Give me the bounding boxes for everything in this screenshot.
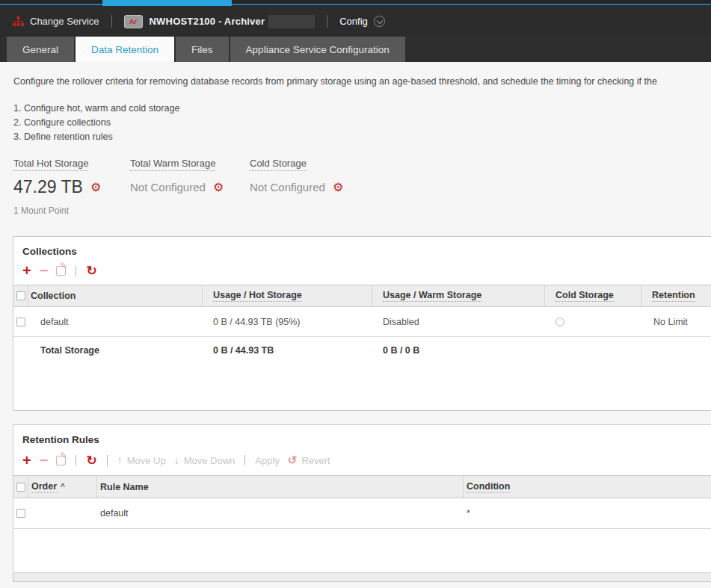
tab-bar: General Data Retention Files Appliance S…: [0, 37, 711, 62]
config-view-label[interactable]: Config: [339, 16, 368, 27]
refresh-collections-button[interactable]: ↻: [86, 265, 96, 276]
tab-files[interactable]: Files: [176, 37, 229, 62]
total-row-spacer: [13, 337, 28, 364]
move-down-button[interactable]: Move Down: [184, 455, 236, 466]
cold-storage-gear-icon[interactable]: ⚙: [333, 182, 343, 194]
collections-toolbar: + − ✎ ↻: [13, 257, 711, 285]
column-header-condition[interactable]: Condition: [464, 475, 711, 498]
column-header-collection: Collection: [28, 285, 203, 307]
move-up-button[interactable]: Move Up: [127, 455, 166, 466]
rules-scrollbar-track[interactable]: [13, 572, 711, 581]
tab-data-retention[interactable]: Data Retention: [76, 37, 174, 62]
config-dropdown[interactable]: Config: [339, 16, 385, 27]
hot-storage-value: 47.29 TB: [13, 177, 83, 197]
total-warm-usage: 0 B / 0 B: [372, 337, 545, 364]
mount-point-count: 1 Mount Point: [13, 205, 69, 216]
cold-storage-label: Cold Storage: [250, 158, 307, 171]
row-checkbox[interactable]: [16, 509, 25, 518]
data-retention-content: Configure the rollover criteria for remo…: [0, 62, 711, 588]
remove-collection-button[interactable]: −: [40, 265, 49, 276]
revert-button[interactable]: Revert: [301, 455, 330, 466]
move-down-icon[interactable]: ↓: [174, 454, 179, 466]
top-tab-indicator: [102, 0, 232, 6]
warm-storage-section: Total Warm Storage Not Configured ⚙: [130, 158, 250, 216]
warm-storage-label: Total Warm Storage: [130, 158, 215, 171]
add-rule-button[interactable]: +: [22, 455, 31, 466]
sort-asc-icon: ^: [61, 483, 65, 491]
toolbar-divider: [76, 455, 76, 465]
archiver-service-icon: Ar: [124, 15, 143, 28]
cold-storage-value: Not Configured: [250, 181, 325, 194]
collections-table: Collection Usage / Hot Storage Usage / W…: [13, 285, 711, 364]
setup-steps: 1. Configure hot, warm and cold storage …: [13, 102, 711, 144]
rule-name-cell[interactable]: default: [97, 498, 464, 529]
row-checkbox[interactable]: [16, 318, 25, 327]
change-service-button[interactable]: Change Service: [30, 16, 99, 27]
sitemap-icon: [13, 16, 24, 27]
step-item: 3. Define retention rules: [13, 130, 711, 144]
column-header-warm-storage[interactable]: Usage / Warm Storage: [372, 285, 545, 307]
collections-title: Collections: [13, 237, 711, 257]
move-up-icon[interactable]: ↑: [117, 454, 123, 466]
header-divider: [327, 15, 327, 28]
cold-storage-radio[interactable]: [555, 318, 564, 327]
apply-button[interactable]: Apply: [255, 455, 280, 466]
description-text: Configure the rollover criteria for remo…: [13, 76, 711, 87]
pencil-icon: ✎: [60, 261, 67, 271]
hot-storage-gear-icon[interactable]: ⚙: [90, 182, 101, 194]
retention-rules-toolbar: + − ✎ ↻ ↑ Move Up ↓ Move Down Apply ↺ Re…: [13, 445, 711, 475]
revert-icon[interactable]: ↺: [288, 454, 298, 467]
tab-appliance-service-configuration[interactable]: Appliance Service Configuration: [230, 37, 405, 62]
hot-storage-section: Total Hot Storage 47.29 TB ⚙ 1 Mount Poi…: [13, 158, 130, 216]
toolbar-divider: [76, 266, 76, 276]
edit-collection-button[interactable]: ✎: [56, 266, 66, 276]
select-all-checkbox[interactable]: [16, 291, 25, 300]
column-header-cold-storage[interactable]: Cold Storage: [545, 285, 641, 307]
step-item: 1. Configure hot, warm and cold storage: [13, 102, 711, 116]
column-header-rule-name: Rule Name: [97, 475, 464, 498]
retention-rules-title: Retention Rules: [13, 425, 711, 445]
retention-cell: No Limit: [641, 307, 711, 337]
edit-rule-button[interactable]: ✎: [56, 456, 66, 465]
cold-storage-section: Cold Storage Not Configured ⚙: [250, 158, 343, 216]
total-storage-label: Total Storage: [28, 337, 203, 364]
row-checkbox-cell: [13, 307, 28, 337]
collection-name-cell[interactable]: default: [28, 307, 203, 337]
condition-cell: *: [464, 498, 711, 529]
total-row-spacer: [641, 337, 711, 364]
toolbar-divider: [107, 455, 108, 465]
hot-usage-cell: 0 B / 44.93 TB (95%): [203, 307, 372, 337]
warm-storage-gear-icon[interactable]: ⚙: [213, 182, 224, 194]
total-row-spacer: [545, 337, 641, 364]
hot-storage-label: Total Hot Storage: [13, 158, 88, 171]
pencil-icon: ✎: [60, 451, 67, 461]
warm-usage-cell: Disabled: [372, 307, 545, 337]
collections-panel: Collections + − ✎ ↻ Collection Usage / H…: [13, 236, 711, 411]
tab-general[interactable]: General: [7, 37, 74, 62]
top-accent-strip: [0, 0, 711, 6]
retention-rules-table: Order^ Rule Name Condition default *: [13, 475, 711, 529]
column-header-retention[interactable]: Retention: [641, 285, 711, 307]
column-header-hot-storage[interactable]: Usage / Hot Storage: [203, 285, 372, 307]
chevron-down-icon[interactable]: [374, 16, 385, 27]
order-cell: [28, 498, 97, 529]
storage-summary: Total Hot Storage 47.29 TB ⚙ 1 Mount Poi…: [13, 158, 711, 216]
select-all-checkbox[interactable]: [16, 483, 25, 492]
row-checkbox-cell: [13, 498, 28, 529]
toolbar-divider: [244, 455, 245, 465]
app-header: Change Service Ar NWHOST2100 - Archiver …: [0, 6, 711, 37]
warm-storage-value: Not Configured: [130, 181, 206, 194]
step-item: 2. Configure collections: [13, 116, 711, 130]
remove-rule-button[interactable]: −: [40, 455, 49, 466]
header-divider: [111, 15, 112, 28]
service-name[interactable]: NWHOST2100 - Archiver: [150, 16, 265, 27]
redaction-box: [268, 15, 315, 28]
column-header-order[interactable]: Order^: [28, 475, 97, 498]
total-hot-usage: 0 B / 44.93 TB: [203, 337, 372, 364]
select-all-header-cell: [13, 475, 28, 498]
add-collection-button[interactable]: +: [22, 265, 31, 276]
refresh-rules-button[interactable]: ↻: [86, 455, 96, 466]
cold-storage-cell: [545, 307, 641, 337]
retention-rules-panel: Retention Rules + − ✎ ↻ ↑ Move Up ↓ Move…: [13, 424, 711, 582]
select-all-header-cell: [13, 285, 28, 307]
